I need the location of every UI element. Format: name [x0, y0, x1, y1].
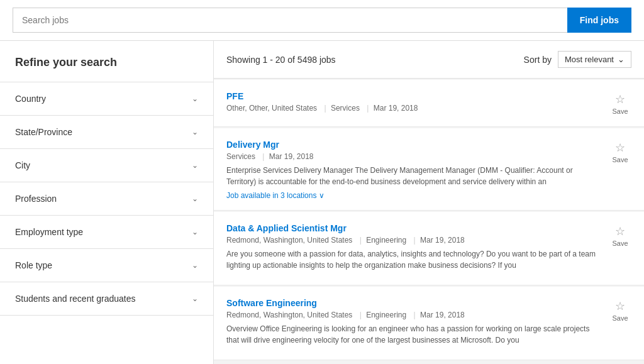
save-label: Save	[612, 314, 628, 322]
job-location: Other, Other, United States	[226, 104, 317, 113]
job-card: Data & Applied Scientist Mgr Redmond, Wa…	[214, 212, 644, 285]
chevron-down-icon: ⌄	[192, 128, 198, 136]
job-title[interactable]: Software Engineering	[226, 298, 601, 308]
job-meta: Services | Mar 19, 2018	[226, 152, 601, 161]
pipe-divider: |	[324, 104, 326, 113]
job-description: Enterprise Services Delivery Manager The…	[226, 165, 601, 187]
job-category: Engineering	[366, 236, 406, 245]
filter-label-employment-type: Employment type	[15, 227, 83, 237]
chevron-down-icon: ⌄	[192, 261, 198, 270]
job-date: Mar 19, 2018	[420, 236, 465, 245]
filter-state-province[interactable]: State/Province ⌄	[0, 116, 213, 149]
job-date: Mar 19, 2018	[420, 311, 465, 319]
filter-employment-type[interactable]: Employment type ⌄	[0, 216, 213, 249]
results-count: Showing 1 - 20 of 5498 jobs	[226, 55, 336, 65]
chevron-down-icon: ⌄	[192, 161, 198, 170]
star-icon: ☆	[615, 141, 625, 155]
chevron-down-icon: ⌄	[192, 94, 198, 103]
find-jobs-button[interactable]: Find jobs	[567, 8, 631, 33]
sort-chevron-icon: ⌄	[618, 55, 625, 64]
job-title[interactable]: Data & Applied Scientist Mgr	[226, 223, 601, 233]
job-category: Services	[226, 152, 255, 161]
star-icon: ☆	[615, 92, 625, 106]
filter-label-role-type: Role type	[15, 260, 52, 270]
filter-label-state-province: State/Province	[15, 127, 72, 137]
job-card-content: Delivery Mgr Services | Mar 19, 2018 Ent…	[226, 140, 601, 200]
pipe-divider: |	[360, 236, 362, 245]
save-button[interactable]: ☆ Save	[609, 140, 631, 163]
job-title[interactable]: Delivery Mgr	[226, 140, 601, 150]
filter-country[interactable]: Country ⌄	[0, 82, 213, 116]
save-button[interactable]: ☆ Save	[609, 91, 631, 115]
sort-option-label: Most relevant	[565, 55, 614, 64]
results-header: Showing 1 - 20 of 5498 jobs Sort by Most…	[214, 41, 644, 79]
chevron-down-icon: ⌄	[192, 194, 198, 203]
job-list: PFE Other, Other, United States | Servic…	[214, 80, 644, 360]
save-label: Save	[612, 156, 628, 163]
job-description: Are you someone with a passion for data,…	[226, 248, 601, 271]
filter-label-students-graduates: Students and recent graduates	[15, 294, 135, 304]
sidebar: Refine your search Country ⌄ State/Provi…	[0, 41, 214, 364]
job-category: Engineering	[366, 311, 406, 319]
job-meta: Other, Other, United States | Services |…	[226, 104, 601, 113]
filter-role-type[interactable]: Role type ⌄	[0, 249, 213, 282]
pipe-divider: |	[262, 152, 264, 161]
save-button[interactable]: ☆ Save	[609, 298, 631, 322]
star-icon: ☆	[615, 299, 625, 313]
filter-city[interactable]: City ⌄	[0, 149, 213, 182]
pipe-divider: |	[360, 311, 362, 319]
job-title[interactable]: PFE	[226, 91, 601, 101]
job-card-content: PFE Other, Other, United States | Servic…	[226, 91, 601, 116]
job-meta: Redmond, Washington, United States | Eng…	[226, 311, 601, 319]
job-meta: Redmond, Washington, United States | Eng…	[226, 236, 601, 245]
job-location: Redmond, Washington, United States	[226, 311, 352, 319]
filter-label-profession: Profession	[15, 194, 57, 204]
job-locations-link[interactable]: Job available in 3 locations ∨	[226, 191, 601, 200]
job-category: Services	[331, 104, 360, 113]
pipe-divider: |	[414, 311, 416, 319]
job-location: Redmond, Washington, United States	[226, 236, 352, 245]
sidebar-title: Refine your search	[0, 41, 213, 82]
pipe-divider: |	[414, 236, 416, 245]
pipe-divider: |	[367, 104, 369, 113]
job-card: Software Engineering Redmond, Washington…	[214, 287, 644, 360]
sort-container: Sort by Most relevant ⌄	[524, 51, 631, 68]
job-date: Mar 19, 2018	[269, 152, 314, 161]
search-input[interactable]	[13, 8, 567, 33]
job-card: PFE Other, Other, United States | Servic…	[214, 80, 644, 127]
chevron-down-icon: ⌄	[192, 228, 198, 236]
filter-label-city: City	[15, 160, 30, 170]
save-label: Save	[612, 240, 628, 247]
job-card-content: Software Engineering Redmond, Washington…	[226, 298, 601, 350]
sort-label: Sort by	[524, 55, 552, 65]
main-content: Refine your search Country ⌄ State/Provi…	[0, 41, 644, 364]
job-description: Overview Office Engineering is looking f…	[226, 323, 601, 346]
sort-dropdown[interactable]: Most relevant ⌄	[558, 51, 631, 68]
job-date: Mar 19, 2018	[374, 104, 418, 113]
filter-students-graduates[interactable]: Students and recent graduates ⌄	[0, 282, 213, 316]
job-card-content: Data & Applied Scientist Mgr Redmond, Wa…	[226, 223, 601, 275]
filter-profession[interactable]: Profession ⌄	[0, 182, 213, 216]
save-button[interactable]: ☆ Save	[609, 223, 631, 247]
results-panel: Showing 1 - 20 of 5498 jobs Sort by Most…	[214, 41, 644, 364]
star-icon: ☆	[615, 224, 625, 238]
job-card: Delivery Mgr Services | Mar 19, 2018 Ent…	[214, 128, 644, 211]
top-bar: Find jobs	[0, 0, 644, 41]
save-label: Save	[612, 108, 628, 115]
filter-label-country: Country	[15, 94, 46, 104]
chevron-down-icon: ⌄	[192, 294, 198, 303]
